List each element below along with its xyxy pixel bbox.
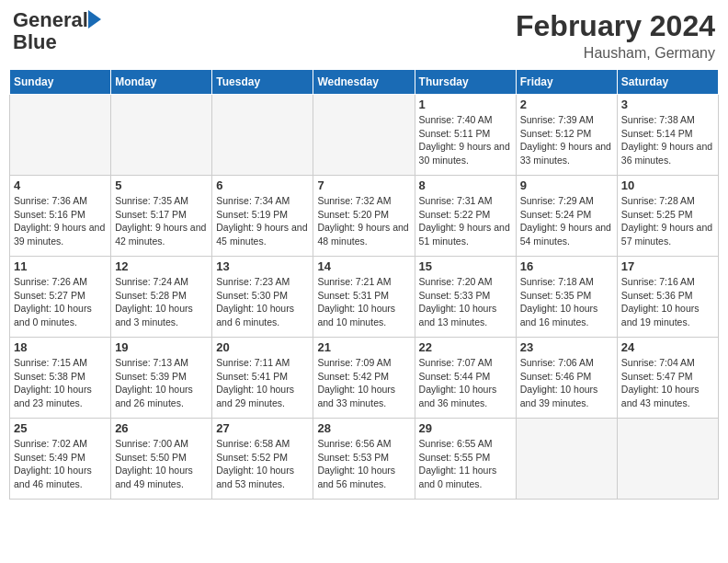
day-number: 15 — [419, 259, 512, 273]
day-info: Sunrise: 7:23 AMSunset: 5:30 PMDaylight:… — [216, 275, 309, 329]
day-info: Sunrise: 7:35 AMSunset: 5:17 PMDaylight:… — [115, 194, 208, 248]
daylight-label: Daylight: 9 hours and 42 minutes. — [115, 222, 206, 247]
sunrise-label: Sunrise: 7:21 AM — [317, 276, 391, 287]
col-saturday: Saturday — [617, 70, 718, 95]
calendar-cell: 20Sunrise: 7:11 AMSunset: 5:41 PMDayligh… — [212, 338, 313, 419]
sunrise-label: Sunrise: 7:24 AM — [115, 276, 188, 287]
sunset-label: Sunset: 5:11 PM — [419, 128, 491, 139]
day-info: Sunrise: 7:32 AMSunset: 5:20 PMDaylight:… — [317, 194, 410, 248]
sunrise-label: Sunrise: 6:55 AM — [419, 438, 493, 449]
calendar-cell: 16Sunrise: 7:18 AMSunset: 5:35 PMDayligh… — [516, 257, 617, 338]
sunset-label: Sunset: 5:47 PM — [621, 371, 693, 382]
day-number: 25 — [14, 421, 107, 435]
calendar-cell: 28Sunrise: 6:56 AMSunset: 5:53 PMDayligh… — [313, 419, 415, 500]
sunset-label: Sunset: 5:50 PM — [115, 452, 187, 463]
col-thursday: Thursday — [415, 70, 516, 95]
page-header: General Blue February 2024 Hausham, Germ… — [9, 9, 719, 62]
day-number: 16 — [520, 259, 613, 273]
sunrise-label: Sunrise: 7:34 AM — [216, 195, 290, 206]
calendar-cell: 25Sunrise: 7:02 AMSunset: 5:49 PMDayligh… — [10, 419, 111, 500]
daylight-label: Daylight: 10 hours and 0 minutes. — [14, 303, 92, 327]
calendar-cell: 6Sunrise: 7:34 AMSunset: 5:19 PMDaylight… — [212, 176, 313, 257]
col-tuesday: Tuesday — [212, 70, 313, 95]
calendar-cell: 13Sunrise: 7:23 AMSunset: 5:30 PMDayligh… — [212, 257, 313, 338]
day-number: 9 — [520, 178, 613, 192]
daylight-label: Daylight: 10 hours and 53 minutes. — [216, 465, 294, 489]
day-number: 12 — [115, 259, 208, 273]
calendar-cell: 7Sunrise: 7:32 AMSunset: 5:20 PMDaylight… — [313, 176, 415, 257]
daylight-label: Daylight: 9 hours and 30 minutes. — [419, 141, 510, 166]
day-info: Sunrise: 7:21 AMSunset: 5:31 PMDaylight:… — [317, 275, 410, 329]
daylight-label: Daylight: 9 hours and 36 minutes. — [621, 141, 712, 166]
logo: General Blue — [13, 9, 101, 53]
daylight-label: Daylight: 10 hours and 16 minutes. — [520, 303, 598, 327]
daylight-label: Daylight: 10 hours and 19 minutes. — [621, 303, 700, 327]
day-info: Sunrise: 7:38 AMSunset: 5:14 PMDaylight:… — [621, 113, 714, 167]
logo-arrow-icon — [88, 10, 101, 29]
calendar-cell: 15Sunrise: 7:20 AMSunset: 5:33 PMDayligh… — [415, 257, 516, 338]
day-number: 6 — [216, 178, 309, 192]
calendar-cell: 29Sunrise: 6:55 AMSunset: 5:55 PMDayligh… — [415, 419, 516, 500]
sunset-label: Sunset: 5:16 PM — [14, 209, 85, 220]
day-number: 11 — [14, 259, 107, 273]
sunrise-label: Sunrise: 7:09 AM — [317, 357, 391, 368]
daylight-label: Daylight: 9 hours and 57 minutes. — [621, 222, 712, 247]
calendar-cell: 1Sunrise: 7:40 AMSunset: 5:11 PMDaylight… — [415, 95, 516, 176]
day-number: 19 — [115, 340, 208, 354]
calendar-cell — [617, 419, 718, 500]
daylight-label: Daylight: 10 hours and 43 minutes. — [621, 384, 700, 408]
sunset-label: Sunset: 5:38 PM — [14, 371, 85, 382]
day-number: 14 — [317, 259, 410, 273]
daylight-label: Daylight: 9 hours and 48 minutes. — [317, 222, 408, 247]
sunrise-label: Sunrise: 7:28 AM — [621, 195, 695, 206]
calendar-cell: 22Sunrise: 7:07 AMSunset: 5:44 PMDayligh… — [415, 338, 516, 419]
day-number: 18 — [14, 340, 107, 354]
day-info: Sunrise: 7:18 AMSunset: 5:35 PMDaylight:… — [520, 275, 613, 329]
day-info: Sunrise: 7:36 AMSunset: 5:16 PMDaylight:… — [14, 194, 107, 248]
day-number: 3 — [621, 98, 714, 111]
sunset-label: Sunset: 5:53 PM — [317, 452, 389, 463]
location: Hausham, Germany — [516, 45, 715, 62]
day-info: Sunrise: 7:15 AMSunset: 5:38 PMDaylight:… — [14, 356, 107, 410]
sunrise-label: Sunrise: 7:11 AM — [216, 357, 290, 368]
col-monday: Monday — [111, 70, 212, 95]
sunset-label: Sunset: 5:22 PM — [419, 209, 491, 220]
sunrise-label: Sunrise: 7:20 AM — [419, 276, 493, 287]
logo-text-general: General — [13, 9, 88, 31]
sunset-label: Sunset: 5:28 PM — [115, 290, 187, 301]
sunrise-label: Sunrise: 7:13 AM — [115, 357, 188, 368]
day-number: 7 — [317, 178, 410, 192]
sunrise-label: Sunrise: 7:26 AM — [14, 276, 87, 287]
day-info: Sunrise: 6:55 AMSunset: 5:55 PMDaylight:… — [419, 437, 512, 491]
sunset-label: Sunset: 5:25 PM — [621, 209, 693, 220]
daylight-label: Daylight: 9 hours and 33 minutes. — [520, 141, 611, 166]
day-number: 13 — [216, 259, 309, 273]
day-number: 4 — [14, 178, 107, 192]
day-info: Sunrise: 7:06 AMSunset: 5:46 PMDaylight:… — [520, 356, 613, 410]
sunrise-label: Sunrise: 7:07 AM — [419, 357, 493, 368]
day-info: Sunrise: 7:02 AMSunset: 5:49 PMDaylight:… — [14, 437, 107, 491]
calendar-cell — [212, 95, 313, 176]
sunset-label: Sunset: 5:42 PM — [317, 371, 389, 382]
sunset-label: Sunset: 5:12 PM — [520, 128, 592, 139]
logo-text-blue: Blue — [13, 31, 57, 53]
day-number: 1 — [419, 98, 512, 111]
calendar-cell: 23Sunrise: 7:06 AMSunset: 5:46 PMDayligh… — [516, 338, 617, 419]
sunset-label: Sunset: 5:52 PM — [216, 452, 288, 463]
day-number: 2 — [520, 98, 613, 111]
sunrise-label: Sunrise: 7:32 AM — [317, 195, 391, 206]
calendar-cell: 24Sunrise: 7:04 AMSunset: 5:47 PMDayligh… — [617, 338, 718, 419]
calendar-cell — [10, 95, 111, 176]
col-friday: Friday — [516, 70, 617, 95]
day-number: 24 — [621, 340, 714, 354]
day-info: Sunrise: 7:20 AMSunset: 5:33 PMDaylight:… — [419, 275, 512, 329]
calendar-header-row: Sunday Monday Tuesday Wednesday Thursday… — [10, 70, 719, 95]
sunrise-label: Sunrise: 7:36 AM — [14, 195, 87, 206]
daylight-label: Daylight: 10 hours and 13 minutes. — [419, 303, 497, 327]
sunset-label: Sunset: 5:36 PM — [621, 290, 693, 301]
day-number: 27 — [216, 421, 309, 435]
daylight-label: Daylight: 10 hours and 29 minutes. — [216, 384, 294, 408]
sunrise-label: Sunrise: 7:31 AM — [419, 195, 493, 206]
day-number: 22 — [419, 340, 512, 354]
calendar-cell: 2Sunrise: 7:39 AMSunset: 5:12 PMDaylight… — [516, 95, 617, 176]
